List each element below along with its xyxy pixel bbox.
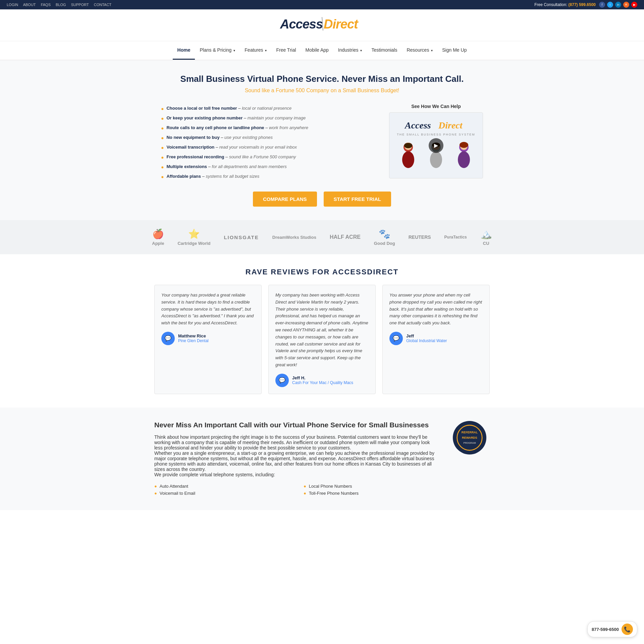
article-para1: Think about how important projecting the…: [154, 434, 439, 450]
article-para2: Whether you are a single entrepreneur, a…: [154, 450, 439, 472]
main-nav: Home Plans & Pricing ▾ Features ▾ Free T…: [0, 41, 644, 60]
nav-link-signup[interactable]: Sign Me Up: [437, 41, 471, 59]
play-button[interactable]: ▶: [429, 138, 443, 153]
bullet-icon: ●: [154, 491, 157, 496]
cu-icon: 🏔️: [480, 228, 492, 239]
nav-item-features[interactable]: Features ▾: [240, 41, 271, 60]
nav-item-trial[interactable]: Free Trial: [271, 41, 301, 60]
review-text: Your company has provided a great reliab…: [161, 292, 255, 327]
nav-link-plans[interactable]: Plans & Pricing ▾: [195, 41, 240, 59]
hero-subtitle: Sound like a Fortune 500 Company on a Sm…: [7, 88, 637, 94]
author-avatar: 💬: [275, 374, 289, 387]
article-wrapper: Never Miss An Important Call with our Vi…: [0, 408, 644, 510]
review-text: You answer your phone and when my cell p…: [389, 292, 483, 327]
top-bar-links: LOGIN ABOUT FAQS BLOG SUPPORT CONTACT: [7, 3, 115, 7]
feature-sub: local or national presence: [242, 106, 291, 111]
nav-item-home[interactable]: Home: [173, 41, 195, 60]
nav-link-testimonials[interactable]: Testimonials: [367, 41, 402, 59]
nav-login[interactable]: LOGIN: [7, 3, 18, 7]
logo-svg: Access Direct: [278, 14, 366, 33]
compare-plans-button[interactable]: Compare Plans: [253, 192, 317, 207]
features-col1: ●Auto Attendant●Voicemail to Email: [154, 483, 290, 497]
brand-cu: 🏔️ CU: [480, 228, 492, 246]
feature-col2-item: ●Toll-Free Phone Numbers: [304, 490, 439, 497]
brand-puratactics: PuraTactics: [444, 235, 467, 239]
youtube-icon[interactable]: ▶: [631, 2, 637, 8]
svg-text:PROGRAM: PROGRAM: [463, 442, 476, 444]
nav-item-plans[interactable]: Plans & Pricing ▾: [195, 41, 240, 60]
nav-item-mobile[interactable]: Mobile App: [301, 41, 333, 60]
hero-section: Small Business Virtual Phone Service. Ne…: [0, 60, 644, 220]
rss-icon[interactable]: R: [623, 2, 629, 8]
nav-link-mobile[interactable]: Mobile App: [301, 41, 333, 59]
chevron-down-icon: ▾: [233, 49, 235, 52]
reviews-section: RAVE REVIEWS FOR ACCESSDIRECT Your compa…: [0, 254, 644, 408]
nav-item-signup[interactable]: Sign Me Up: [437, 41, 471, 60]
hero-headline: Small Business Virtual Phone Service. Ne…: [7, 74, 637, 84]
feature-sub: work from anywhere: [269, 125, 308, 130]
phone-link[interactable]: (877) 599.6500: [569, 2, 596, 7]
svg-text:Direct: Direct: [324, 17, 359, 31]
nav-item-industries[interactable]: Industries ▾: [333, 41, 367, 60]
bullet-icon: ●: [161, 145, 164, 150]
start-trial-button[interactable]: Start Free Trial: [324, 192, 391, 207]
nav-link-industries[interactable]: Industries ▾: [333, 41, 367, 59]
article-para3: We provide complete virtual telephone sy…: [154, 472, 439, 477]
brand-gooddog: 🐾 Good Dog: [374, 228, 395, 246]
review-text: My company has been working with Access …: [275, 292, 369, 369]
svg-text:REWARDS: REWARDS: [462, 436, 477, 439]
feature-item: ●Route calls to any cell phone or landli…: [161, 123, 376, 133]
review-card: You answer your phone and when my cell p…: [382, 285, 490, 394]
referral-badge: REFERRAL REWARDS PROGRAM: [453, 421, 486, 454]
hero-features: ●Choose a local or toll free number – lo…: [161, 104, 376, 181]
chevron-down-icon: ▾: [431, 49, 433, 52]
brand-cartridge: ⭐ Cartridge World: [177, 228, 210, 246]
nav-link-features[interactable]: Features ▾: [240, 41, 271, 59]
dog-icon: 🐾: [374, 228, 395, 239]
character-female1: [398, 141, 418, 173]
video-thumbnail[interactable]: Access Direct The Small Business Phone S…: [389, 112, 483, 178]
feature-item: ●Affordable plans – systems for all budg…: [161, 172, 376, 181]
video-label: See How We Can Help: [389, 104, 483, 109]
feature-sub: use your existing phones: [224, 135, 273, 140]
facebook-icon[interactable]: f: [599, 2, 605, 8]
article-badge: REFERRAL REWARDS PROGRAM: [449, 421, 490, 497]
nav-blog[interactable]: BLOG: [56, 3, 66, 7]
nav-faqs[interactable]: FAQS: [41, 3, 51, 7]
feature-col1-item: ●Voicemail to Email: [154, 490, 290, 497]
nav-link-trial[interactable]: Free Trial: [271, 41, 301, 59]
twitter-icon[interactable]: t: [607, 2, 613, 8]
review-author: 💬 Matthew Rice Pine Glen Dental: [161, 332, 255, 345]
svg-point-8: [404, 143, 412, 148]
linkedin-icon[interactable]: in: [615, 2, 621, 8]
brand-halfacre: HALF ACRE: [330, 234, 361, 240]
feature-sub: maintain your company image: [248, 115, 306, 120]
author-name: Jeff: [406, 333, 447, 338]
author-company: Global Industrial Water: [406, 338, 447, 343]
feature-main: Or keep your existing phone number: [166, 115, 243, 120]
site-logo[interactable]: Access Direct: [278, 14, 366, 36]
nav-item-testimonials[interactable]: Testimonials: [367, 41, 402, 60]
feature-col1-item: ●Auto Attendant: [154, 483, 290, 490]
nav-support[interactable]: SUPPORT: [71, 3, 89, 7]
feature-main: Choose a local or toll free number: [166, 106, 237, 111]
nav-contact[interactable]: CONTACT: [94, 3, 111, 7]
bullet-icon: ●: [161, 116, 164, 121]
nav-link-home[interactable]: Home: [173, 41, 195, 60]
features-list: ●Choose a local or toll free number – lo…: [161, 104, 376, 181]
svg-point-16: [460, 142, 468, 148]
nav-item-resources[interactable]: Resources ▾: [402, 41, 437, 60]
chevron-down-icon: ▾: [360, 49, 362, 52]
nav-link-resources[interactable]: Resources ▾: [402, 41, 437, 59]
article-text: Never Miss An Important Call with our Vi…: [154, 421, 439, 497]
hero-video: See How We Can Help Access Direct The Sm…: [389, 104, 483, 181]
nav-about[interactable]: ABOUT: [23, 3, 36, 7]
review-card: My company has been working with Access …: [268, 285, 376, 394]
article-features: ●Auto Attendant●Voicemail to Email●Local…: [154, 483, 439, 497]
bullet-icon: ●: [304, 484, 306, 489]
feature-sub: sound like a Fortune 500 company: [229, 154, 296, 159]
feature-item: ●Voicemail transcription – read your voi…: [161, 143, 376, 152]
brand-apple: 🍎 Apple: [152, 228, 164, 246]
top-bar: LOGIN ABOUT FAQS BLOG SUPPORT CONTACT Fr…: [0, 0, 644, 9]
video-tagline: The Small Business Phone System: [394, 133, 478, 136]
